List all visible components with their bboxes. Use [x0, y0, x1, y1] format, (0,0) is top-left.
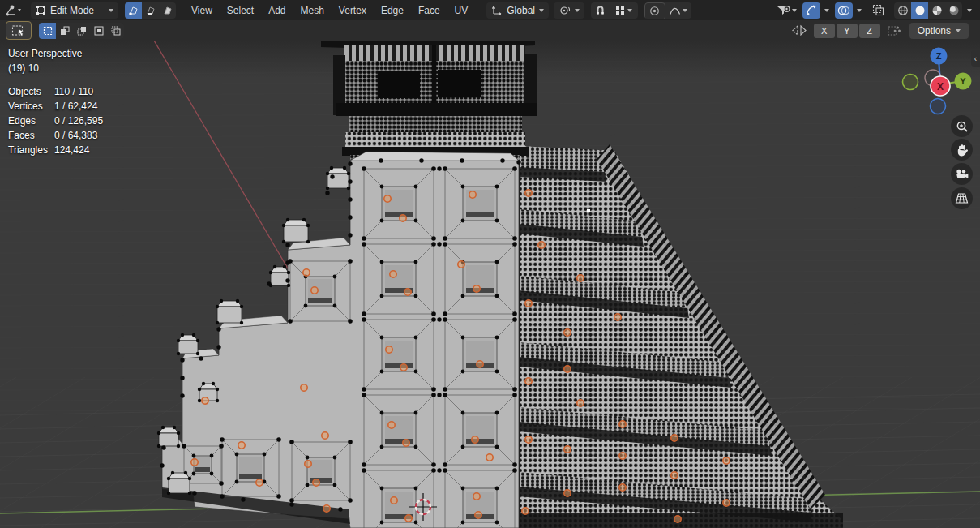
zoom-icon — [956, 120, 969, 133]
mirror-y-toggle[interactable]: Y — [837, 24, 858, 38]
menu-add[interactable]: Add — [261, 5, 293, 16]
overlays-icon — [837, 5, 850, 16]
menu-face[interactable]: Face — [411, 5, 447, 16]
transform-orientation-dropdown[interactable]: Global — [486, 2, 549, 19]
sidebar-toggle-tab[interactable]: ‹ — [971, 50, 980, 67]
chevron-down-icon[interactable] — [967, 9, 972, 12]
stat-label: Edges — [8, 114, 54, 128]
chevron-down-icon[interactable] — [857, 9, 862, 12]
collection-label: (19) 10 — [8, 61, 103, 75]
menu-mesh[interactable]: Mesh — [293, 5, 332, 16]
select-mode-subtract-button[interactable] — [73, 23, 90, 39]
selected-vertex[interactable] — [587, 209, 590, 212]
gizmo-z-negative[interactable] — [931, 99, 946, 114]
material-sphere-icon — [931, 5, 943, 16]
shading-rendered-button[interactable] — [945, 2, 962, 19]
menu-vertex[interactable]: Vertex — [332, 5, 374, 16]
edge-select-button[interactable] — [142, 2, 159, 19]
magnet-icon — [595, 5, 606, 15]
snap-settings-dropdown[interactable] — [610, 2, 638, 19]
active-tool-select-box[interactable] — [6, 21, 32, 40]
stat-label: Vertices — [8, 99, 54, 114]
zoom-button[interactable] — [951, 115, 973, 137]
editor-type-icon — [5, 4, 23, 17]
shading-material-button[interactable] — [928, 2, 945, 19]
snap-group — [591, 2, 638, 19]
toggle-orthographic-button[interactable] — [951, 187, 973, 209]
menu-edge[interactable]: Edge — [374, 5, 411, 16]
snap-toggle-button[interactable] — [591, 2, 610, 19]
stat-value: 1 / 62,424 — [54, 99, 103, 114]
menu-select[interactable]: Select — [220, 5, 261, 16]
chevron-down-icon[interactable] — [792, 9, 797, 12]
select-mode-extend-button[interactable] — [56, 23, 73, 39]
stat-value: 124,424 — [54, 143, 103, 157]
vertex-select-button[interactable] — [125, 2, 142, 19]
stat-value: 0 / 126,595 — [54, 114, 103, 128]
face-select-button[interactable] — [159, 2, 176, 19]
xray-toggle[interactable] — [869, 2, 887, 19]
proportional-editing-icon — [649, 6, 660, 16]
options-dropdown[interactable]: Options — [909, 23, 969, 39]
stat-label: Triangles — [8, 143, 54, 157]
options-label: Options — [918, 25, 951, 36]
wireframe-sphere-icon — [897, 5, 909, 16]
chevron-down-icon — [575, 9, 580, 12]
edge-select-icon — [146, 6, 156, 15]
header-right-cluster — [772, 2, 975, 19]
scene-statistics: Objects110 / 110 Vertices1 / 62,424 Edge… — [8, 84, 103, 157]
chevron-down-icon — [539, 9, 544, 12]
pivot-icon — [558, 5, 571, 16]
tool-settings-bar: X Y Z Options — [0, 20, 980, 41]
show-gizmo-toggle[interactable] — [802, 2, 820, 19]
mirror-z-toggle[interactable]: Z — [859, 24, 880, 38]
stat-value: 0 / 64,383 — [54, 128, 103, 143]
editor-type-button[interactable] — [5, 2, 23, 19]
menu-uv[interactable]: UV — [447, 5, 476, 16]
select-op-group — [39, 23, 124, 39]
view-perspective-label: User Perspective — [8, 46, 103, 61]
viewport-stats-overlay: User Perspective (19) 10 Objects110 / 11… — [8, 46, 103, 157]
pan-button[interactable] — [951, 139, 973, 161]
orientation-label: Global — [507, 5, 535, 16]
chevron-down-icon — [683, 9, 687, 12]
edit-mode-icon — [36, 5, 46, 15]
visibility-filter-button[interactable] — [774, 2, 792, 19]
chevron-down-icon — [956, 29, 961, 32]
stat-label: Objects — [8, 84, 54, 99]
viewport-canvas[interactable] — [0, 41, 980, 528]
chevron-down-icon — [109, 9, 113, 12]
hand-icon — [956, 144, 968, 157]
visibility-icon — [776, 5, 790, 16]
blender-window: Edit Mode View Select Add — [0, 0, 980, 528]
snap-base-icon[interactable] — [887, 24, 901, 37]
shading-solid-button[interactable] — [911, 2, 928, 19]
chevron-down-icon[interactable] — [824, 9, 829, 12]
proportional-editing-button[interactable] — [644, 2, 665, 19]
orientation-axes-icon — [491, 5, 503, 15]
pivot-point-dropdown[interactable] — [554, 2, 584, 19]
svg-text:Z: Z — [936, 51, 942, 61]
face-select-icon — [163, 6, 173, 15]
gizmo-toggle-icon — [806, 4, 818, 16]
viewport-3d[interactable]: User Perspective (19) 10 Objects110 / 11… — [0, 41, 980, 528]
mirror-x-toggle[interactable]: X — [814, 24, 835, 38]
show-overlays-toggle[interactable] — [835, 2, 853, 19]
gizmo-y-negative[interactable] — [903, 75, 918, 90]
snap-increment-icon — [615, 6, 625, 15]
select-box-tool-icon — [11, 24, 26, 37]
navigation-gizmo[interactable]: Z Y X — [892, 41, 980, 122]
falloff-dropdown[interactable] — [665, 2, 691, 19]
shading-mode-group — [894, 2, 962, 19]
menu-view[interactable]: View — [184, 5, 220, 16]
select-mode-intersect-button[interactable] — [107, 23, 124, 39]
select-mode-invert-button[interactable] — [90, 23, 107, 39]
mode-dropdown[interactable]: Edit Mode — [31, 2, 118, 19]
shading-wireframe-button[interactable] — [894, 2, 911, 19]
stat-label: Faces — [8, 128, 54, 143]
camera-icon — [955, 169, 969, 180]
select-mode-new-button[interactable] — [39, 23, 56, 39]
camera-view-button[interactable] — [951, 163, 973, 185]
svg-text:Y: Y — [960, 76, 966, 86]
chevron-down-icon — [627, 9, 632, 12]
